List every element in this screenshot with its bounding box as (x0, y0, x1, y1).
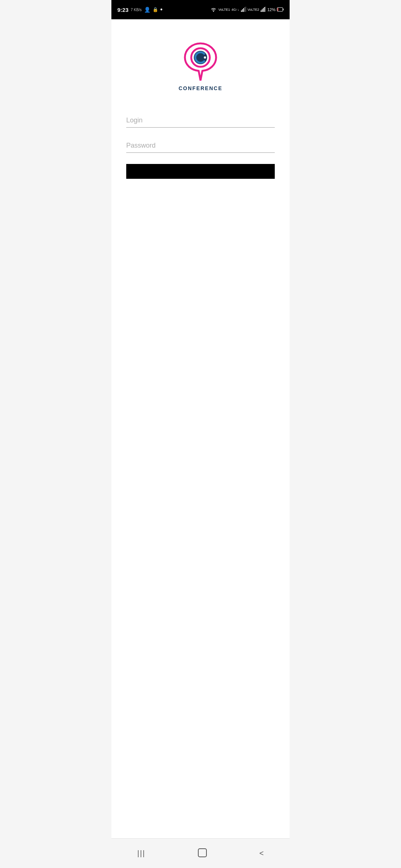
svg-rect-12 (283, 9, 284, 10)
network-speed: 7 KB/s (131, 8, 141, 12)
battery-icon (277, 7, 284, 12)
login-input-group (126, 114, 275, 128)
submit-button[interactable] (126, 164, 275, 179)
dot-icon: • (160, 6, 163, 13)
status-bar: 9:23 7 KB/s 👤 🔒 • VoLTE1 4G↑↓ VoLTE2 (111, 0, 290, 19)
login-input[interactable] (126, 114, 275, 128)
home-button[interactable] (186, 844, 219, 863)
android-nav-bar: ||| < (111, 838, 290, 868)
lock-icon: 🔒 (153, 7, 158, 12)
svg-rect-9 (264, 7, 265, 12)
app-name: CONFERENCE (179, 85, 222, 91)
logo-container: CONFERENCE (179, 42, 222, 91)
svg-point-0 (213, 11, 214, 12)
svg-rect-7 (262, 9, 263, 12)
signal1-icon (241, 7, 246, 13)
svg-rect-2 (242, 9, 243, 12)
app-logo (182, 42, 219, 82)
svg-rect-8 (263, 8, 264, 12)
vol-lte2-label: VoLTE2 (248, 8, 259, 11)
status-right: VoLTE1 4G↑↓ VoLTE2 12% (210, 7, 284, 13)
svg-rect-6 (261, 10, 261, 12)
signal2-icon (261, 7, 266, 13)
back-button[interactable]: < (248, 845, 275, 861)
status-left: 9:23 7 KB/s 👤 🔒 • (117, 6, 163, 13)
login-form (126, 114, 275, 179)
svg-rect-4 (244, 7, 245, 12)
home-icon (197, 848, 208, 859)
password-input[interactable] (126, 139, 275, 153)
main-content: CONFERENCE (111, 19, 290, 838)
svg-rect-1 (241, 10, 242, 12)
svg-rect-13 (278, 8, 278, 11)
svg-rect-10 (265, 7, 266, 12)
recent-apps-button[interactable]: ||| (126, 845, 157, 861)
back-icon: < (260, 849, 264, 858)
wifi-icon (210, 7, 217, 13)
vol-lte1-label: VoLTE1 (218, 8, 230, 11)
status-time: 9:23 (117, 7, 128, 13)
svg-rect-17 (198, 849, 206, 857)
4g-label: 4G↑↓ (232, 8, 239, 11)
svg-rect-5 (245, 7, 246, 12)
recent-apps-icon: ||| (137, 849, 146, 858)
battery-percent: 12% (267, 7, 276, 12)
data-icon: 👤 (144, 7, 150, 13)
password-input-group (126, 139, 275, 153)
svg-rect-3 (243, 8, 244, 12)
svg-point-16 (204, 56, 206, 59)
